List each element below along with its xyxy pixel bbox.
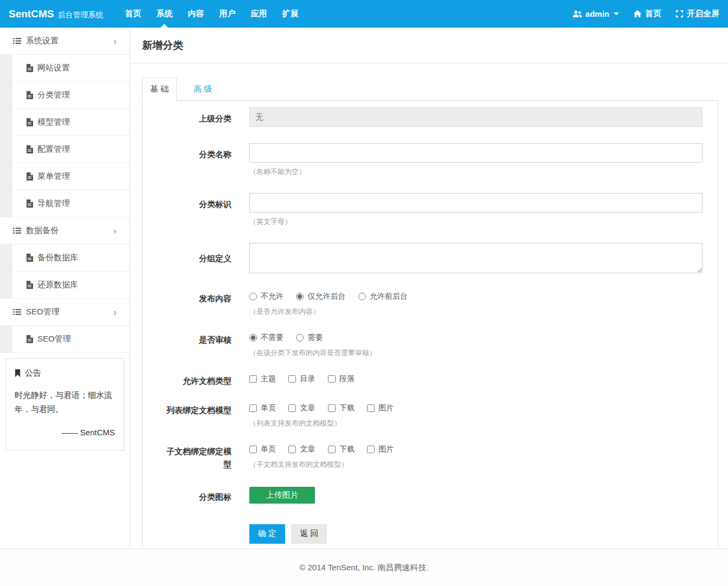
checkbox-topic[interactable]: 主题 (249, 374, 276, 384)
radio-input[interactable] (296, 334, 304, 342)
nav-item-system[interactable]: 系统 (149, 0, 180, 28)
sidebar-item-backup-db[interactable]: 备份数据库 (0, 244, 130, 272)
radio-audit-required[interactable]: 需要 (296, 333, 323, 343)
radio-publish-front-and-back[interactable]: 允许前后台 (358, 292, 408, 301)
radio-label: 需要 (307, 333, 323, 343)
category-slug-input[interactable] (249, 193, 703, 212)
users-icon (572, 10, 582, 18)
form-panel: 上级分类 分类名称 （名称不能为空） 分类标识 (142, 101, 718, 546)
announcement-signature: —— SentCMS (15, 428, 115, 437)
form-row-child-model: 子文档绑定绑定模型 单页 文章 下载 (161, 445, 718, 471)
chevron-right-icon: › (113, 225, 130, 237)
checkbox-input[interactable] (249, 446, 257, 453)
sidebar-item-category-management[interactable]: 分类管理 (0, 82, 130, 109)
checkbox-input[interactable] (288, 446, 296, 453)
user-name: admin (585, 9, 609, 18)
radio-publish-deny[interactable]: 不允许 (249, 292, 284, 301)
list-icon (13, 308, 21, 316)
checkbox-input[interactable] (288, 404, 296, 412)
sidebar-section-seo[interactable]: SEO管理 › (0, 299, 130, 326)
form-row-category-slug: 分类标识 （英文字母） (161, 193, 718, 227)
radio-input[interactable] (249, 293, 257, 300)
checkbox-input[interactable] (328, 446, 336, 453)
nav-item-home[interactable]: 首页 (117, 0, 149, 28)
radio-input[interactable] (296, 293, 304, 300)
field-hint: （名称不能为空） (249, 167, 703, 177)
checkbox-paragraph[interactable]: 段落 (328, 374, 355, 384)
radio-input[interactable] (358, 293, 366, 300)
checkbox-list-image[interactable]: 图片 (367, 403, 394, 413)
field-hint: （子文档支持发布的文档模型） (249, 460, 703, 469)
checkbox-child-download[interactable]: 下载 (328, 445, 355, 454)
nav-item-app[interactable]: 应用 (243, 0, 274, 28)
checkbox-child-article[interactable]: 文章 (288, 445, 315, 454)
checkbox-label: 单页 (261, 445, 276, 454)
tab-bar: 基 础 高 级 (142, 78, 718, 101)
form-row-category-name: 分类名称 （名称不能为空） (161, 143, 718, 177)
radio-label: 允许前后台 (370, 292, 408, 301)
upload-image-button[interactable]: 上传图片 (249, 487, 315, 504)
checkbox-input[interactable] (328, 404, 336, 412)
checkbox-list-download[interactable]: 下载 (328, 403, 355, 413)
back-button[interactable]: 返 回 (291, 524, 327, 544)
checkbox-label: 文章 (300, 445, 315, 454)
item-label: 菜单管理 (37, 171, 70, 182)
sidebar-section-system-settings[interactable]: 系统设置 › (0, 28, 130, 55)
sidebar-item-restore-db[interactable]: 还原数据库 (0, 272, 130, 299)
nav-item-user[interactable]: 用户 (211, 0, 243, 28)
fullscreen-toggle[interactable]: 开启全屏 (675, 9, 719, 19)
sidebar-item-seo-management[interactable]: SEO管理 (0, 326, 130, 353)
field-label: 是否审核 (161, 333, 231, 358)
category-name-input[interactable] (249, 143, 703, 163)
tab-advanced[interactable]: 高 级 (186, 78, 220, 100)
checkbox-label: 单页 (261, 403, 276, 413)
checkbox-child-page[interactable]: 单页 (249, 445, 276, 454)
file-icon (26, 118, 33, 126)
nav-item-system-label: 系统 (156, 9, 172, 19)
nav-item-content[interactable]: 内容 (180, 0, 211, 28)
sidebar-section-data-backup[interactable]: 数据备份 › (0, 217, 130, 244)
form-row-group-definition: 分组定义 (161, 243, 718, 275)
form-row-parent-category: 上级分类 (161, 107, 718, 127)
radio-publish-backend-only[interactable]: 仅允许后台 (296, 292, 345, 301)
radio-input[interactable] (249, 334, 257, 342)
active-nav-caret-icon (160, 24, 168, 28)
checkbox-label: 目录 (300, 374, 315, 384)
group-definition-textarea[interactable] (249, 243, 703, 273)
radio-audit-not-required[interactable]: 不需要 (249, 333, 284, 343)
checkbox-input[interactable] (249, 375, 257, 383)
announcement-title: 公告 (25, 368, 41, 378)
sidebar-item-nav-management[interactable]: 导航管理 (0, 190, 130, 217)
checkbox-list-page[interactable]: 单页 (249, 403, 276, 413)
field-label: 允许文档类型 (161, 374, 231, 387)
checkbox-input[interactable] (328, 375, 336, 383)
nav-home-link[interactable]: 首页 (633, 9, 661, 19)
checkbox-input[interactable] (288, 375, 296, 383)
field-label: 分类图标 (161, 487, 231, 504)
copyright-text: © 2014 TenSent, Inc. 南昌腾速科技. (299, 563, 428, 573)
checkbox-list-article[interactable]: 文章 (288, 403, 315, 413)
submit-button[interactable]: 确 定 (249, 524, 285, 544)
sidebar-item-model-management[interactable]: 模型管理 (0, 109, 130, 136)
field-hint: （在该分类下发布的内容是否需要审核） (249, 348, 703, 358)
brand-logo[interactable]: SentCMS 后台管理系统 (9, 8, 103, 20)
user-dropdown[interactable]: admin (572, 9, 619, 18)
item-label: SEO管理 (37, 334, 71, 344)
navbar-right: admin 首页 开启全屏 (572, 9, 719, 19)
checkbox-label: 图片 (378, 445, 394, 454)
checkbox-input[interactable] (249, 404, 257, 412)
checkbox-child-image[interactable]: 图片 (367, 445, 394, 454)
checkbox-input[interactable] (367, 404, 375, 412)
sidebar-item-menu-management[interactable]: 菜单管理 (0, 163, 130, 190)
checkbox-input[interactable] (367, 446, 375, 453)
field-label: 子文档绑定绑定模型 (161, 445, 231, 471)
sidebar-item-site-settings[interactable]: 网站设置 (0, 55, 130, 82)
checkbox-directory[interactable]: 目录 (288, 374, 315, 384)
file-icon (26, 335, 33, 343)
nav-item-extension[interactable]: 扩展 (274, 0, 306, 28)
chevron-right-icon: › (113, 306, 130, 318)
tab-basic[interactable]: 基 础 (142, 78, 177, 101)
fullscreen-icon (675, 10, 684, 18)
sidebar-item-config-management[interactable]: 配置管理 (0, 136, 130, 163)
radio-label: 仅允许后台 (307, 292, 345, 301)
